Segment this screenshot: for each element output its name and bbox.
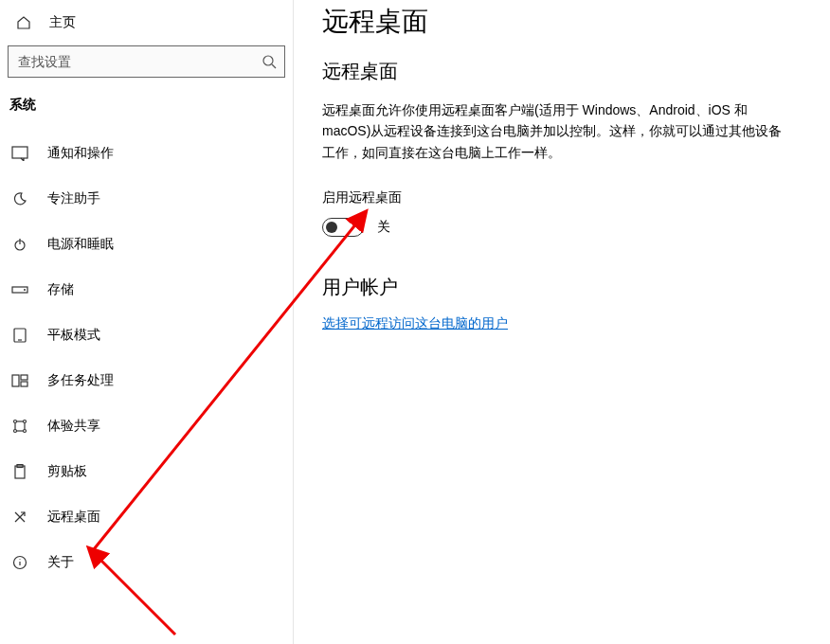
sidebar-item-label: 多任务处理: [47, 372, 114, 389]
remote-desktop-toggle[interactable]: [322, 218, 364, 237]
svg-point-15: [24, 430, 27, 433]
sidebar-item-tablet-mode[interactable]: 平板模式: [0, 313, 293, 358]
section-label: 系统: [0, 89, 293, 131]
sidebar-item-label: 体验共享: [47, 418, 100, 435]
sidebar-item-clipboard[interactable]: 剪贴板: [0, 449, 293, 494]
sidebar-item-storage[interactable]: 存储: [0, 267, 293, 313]
sidebar-item-power-sleep[interactable]: 电源和睡眠: [0, 222, 293, 267]
power-icon: [9, 234, 30, 255]
sidebar-item-notifications[interactable]: 通知和操作: [0, 131, 293, 176]
sidebar-item-shared-experiences[interactable]: 体验共享: [0, 403, 293, 449]
sidebar-item-label: 远程桌面: [47, 509, 100, 526]
svg-rect-10: [21, 375, 27, 380]
sidebar: 主页 系统 通知和操作 专注助手: [0, 0, 294, 644]
svg-rect-9: [12, 375, 19, 386]
svg-point-13: [24, 420, 27, 423]
description-text: 远程桌面允许你使用远程桌面客户端(适用于 Windows、Android、iOS…: [322, 99, 792, 163]
clipboard-icon: [9, 461, 30, 482]
toggle-label: 启用远程桌面: [322, 189, 792, 206]
share-icon: [9, 416, 30, 437]
sidebar-item-remote-desktop[interactable]: 远程桌面: [0, 494, 293, 540]
sidebar-item-label: 专注助手: [47, 190, 100, 207]
svg-point-12: [14, 420, 17, 423]
sidebar-item-label: 电源和睡眠: [47, 236, 114, 253]
search-icon: [262, 54, 277, 69]
section-heading-remote-desktop: 远程桌面: [322, 59, 792, 84]
home-icon: [15, 14, 32, 31]
svg-point-14: [14, 430, 17, 433]
toggle-state-text: 关: [377, 219, 390, 236]
search-input[interactable]: [18, 54, 262, 69]
sidebar-item-label: 存储: [47, 281, 74, 298]
main-content: 远程桌面 远程桌面 远程桌面允许你使用远程桌面客户端(适用于 Windows、A…: [294, 0, 830, 644]
storage-icon: [9, 279, 30, 300]
sidebar-item-label: 剪贴板: [47, 463, 87, 480]
svg-line-1: [272, 64, 276, 68]
svg-rect-2: [12, 147, 27, 158]
sidebar-item-focus-assist[interactable]: 专注助手: [0, 176, 293, 222]
svg-rect-11: [21, 382, 27, 386]
multitask-icon: [9, 370, 30, 391]
select-users-link[interactable]: 选择可远程访问这台电脑的用户: [322, 315, 508, 331]
home-button[interactable]: 主页: [0, 8, 293, 38]
sidebar-item-label: 关于: [47, 554, 74, 571]
sidebar-item-label: 通知和操作: [47, 145, 114, 162]
notification-icon: [9, 143, 30, 164]
home-label: 主页: [49, 14, 76, 31]
search-input-container[interactable]: [8, 45, 285, 78]
tablet-icon: [9, 325, 30, 346]
toggle-knob: [326, 222, 337, 233]
svg-point-6: [24, 289, 26, 291]
sidebar-item-label: 平板模式: [47, 327, 100, 344]
svg-point-24: [20, 559, 21, 560]
sidebar-item-multitasking[interactable]: 多任务处理: [0, 358, 293, 403]
remote-desktop-icon: [9, 507, 30, 528]
sidebar-item-about[interactable]: 关于: [0, 540, 293, 585]
moon-icon: [9, 188, 30, 209]
section-heading-user-accounts: 用户帐户: [322, 275, 792, 300]
page-title: 远程桌面: [322, 4, 792, 40]
info-icon: [9, 552, 30, 573]
svg-point-0: [263, 56, 273, 65]
